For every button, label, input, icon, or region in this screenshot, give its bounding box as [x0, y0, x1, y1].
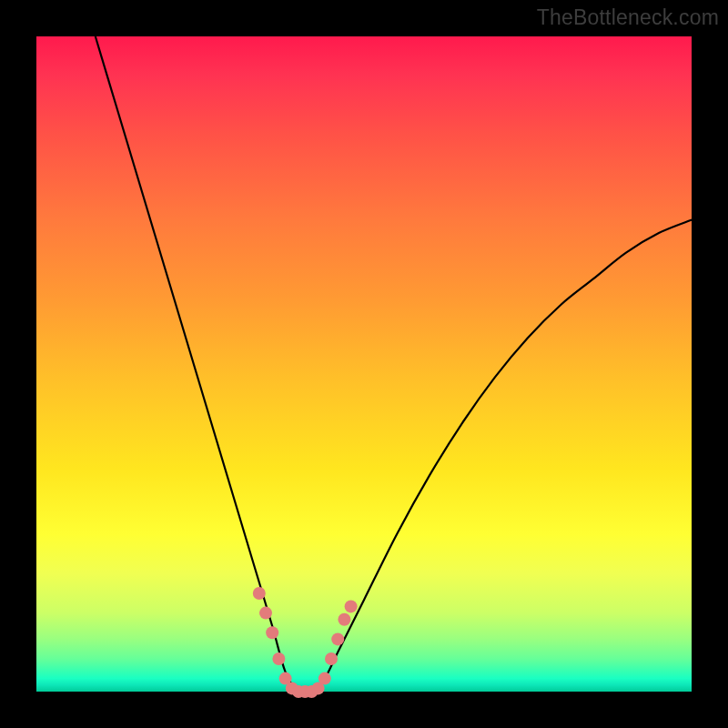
bottleneck-curve-path [96, 36, 692, 693]
chart-frame: TheBottleneck.com [0, 0, 728, 728]
data-marker [318, 672, 331, 685]
data-marker [338, 613, 350, 626]
data-marker [259, 607, 272, 620]
data-marker [331, 632, 344, 645]
data-marker [345, 600, 358, 612]
marker-group [253, 587, 358, 698]
data-marker [253, 587, 266, 600]
data-marker [272, 652, 285, 665]
watermark-text: TheBottleneck.com [537, 5, 719, 30]
bottleneck-curve-svg [36, 36, 692, 692]
plot-area [36, 36, 692, 692]
curve-group [96, 36, 692, 698]
data-marker [266, 626, 278, 639]
data-marker [325, 652, 338, 665]
